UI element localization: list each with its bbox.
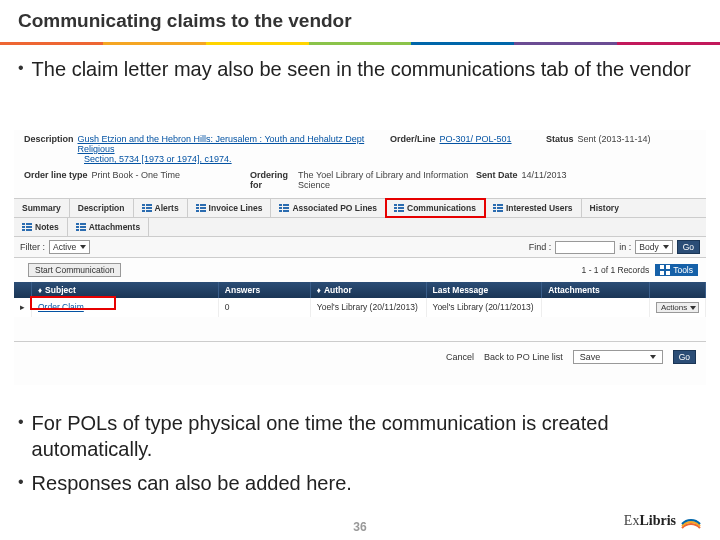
label-ordtype: Order line type <box>24 170 88 190</box>
svg-rect-39 <box>80 223 86 225</box>
svg-rect-45 <box>666 271 670 275</box>
tab-attachments[interactable]: Attachments <box>68 218 149 236</box>
svg-rect-36 <box>76 223 79 225</box>
th-attachments[interactable]: Attachments <box>542 282 650 298</box>
svg-rect-4 <box>146 207 152 209</box>
svg-rect-28 <box>497 207 503 209</box>
find-label: Find : <box>529 242 552 252</box>
cancel-link[interactable]: Cancel <box>446 352 474 362</box>
bullets-bottom: •For POLs of type physical one time the … <box>18 410 698 504</box>
svg-rect-44 <box>660 271 664 275</box>
tab-summary[interactable]: Summary <box>14 199 70 217</box>
value-ordfor: The Yoel Library of Library and Informat… <box>298 170 470 190</box>
tab-communications[interactable]: Communications <box>386 199 485 217</box>
svg-rect-32 <box>22 229 25 231</box>
cell-last: Yoel's Library (20/11/2013) <box>427 298 543 317</box>
tab-row-1: Summary Description Alerts Invoice Lines… <box>14 198 706 218</box>
svg-rect-3 <box>146 204 152 206</box>
logo-arc-icon <box>680 510 702 532</box>
svg-rect-2 <box>142 210 145 212</box>
tools-button[interactable]: Tools <box>655 264 698 276</box>
tab-associated[interactable]: Associated PO Lines <box>271 199 386 217</box>
svg-rect-34 <box>26 226 32 228</box>
svg-rect-24 <box>493 204 496 206</box>
list-icon <box>22 222 32 232</box>
svg-rect-0 <box>142 204 145 206</box>
svg-rect-11 <box>200 210 206 212</box>
th-author[interactable]: ♦Author <box>311 282 427 298</box>
svg-rect-6 <box>196 204 199 206</box>
label-status: Status <box>546 134 574 154</box>
in-select[interactable]: Body <box>635 240 672 254</box>
svg-rect-33 <box>26 223 32 225</box>
list-icon <box>142 203 152 213</box>
svg-rect-42 <box>660 265 664 269</box>
svg-rect-16 <box>283 207 289 209</box>
svg-rect-27 <box>497 204 503 206</box>
chevron-down-icon <box>650 355 656 359</box>
bullet-text: The claim letter may also be seen in the… <box>32 56 691 82</box>
svg-rect-19 <box>394 207 397 209</box>
svg-rect-40 <box>80 226 86 228</box>
svg-rect-14 <box>279 210 282 212</box>
tab-description[interactable]: Description <box>70 199 134 217</box>
save-select[interactable]: Save <box>573 350 663 364</box>
svg-rect-21 <box>398 204 404 206</box>
save-go-button[interactable]: Go <box>673 350 696 364</box>
in-label: in : <box>619 242 631 252</box>
svg-rect-17 <box>283 210 289 212</box>
exlibris-logo: ExLibris <box>624 510 702 532</box>
tab-interested[interactable]: Interested Users <box>485 199 582 217</box>
cell-attachments <box>542 298 650 317</box>
actions-button[interactable]: Actions <box>656 302 699 313</box>
svg-rect-5 <box>146 210 152 212</box>
svg-rect-20 <box>394 210 397 212</box>
sort-icon: ♦ <box>317 286 321 295</box>
bullet-dot: • <box>18 410 24 462</box>
list-icon <box>493 203 503 213</box>
svg-rect-9 <box>200 204 206 206</box>
tab-row-2: Notes Attachments <box>14 218 706 237</box>
record-count: 1 - 1 of 1 Records <box>582 265 650 275</box>
list-icon <box>196 203 206 213</box>
bullet-text: For POLs of type physical one time the c… <box>32 410 698 462</box>
svg-rect-7 <box>196 207 199 209</box>
th-answers[interactable]: Answers <box>219 282 311 298</box>
grid-icon <box>660 265 670 275</box>
app-screenshot: Description Gush Etzion and the Hebron H… <box>14 130 706 385</box>
tab-alerts[interactable]: Alerts <box>134 199 188 217</box>
svg-rect-25 <box>493 207 496 209</box>
tab-invoice[interactable]: Invoice Lines <box>188 199 272 217</box>
filter-select[interactable]: Active <box>49 240 90 254</box>
bullet-dot: • <box>18 470 24 496</box>
link-order[interactable]: PO-301/ POL-501 <box>440 134 512 154</box>
svg-rect-30 <box>22 223 25 225</box>
back-link[interactable]: Back to PO Line list <box>484 352 563 362</box>
highlight-box <box>30 296 116 310</box>
chevron-down-icon <box>80 245 86 249</box>
sort-icon: ♦ <box>38 286 42 295</box>
cell-answers: 0 <box>219 298 311 317</box>
go-button[interactable]: Go <box>677 240 700 254</box>
svg-rect-37 <box>76 226 79 228</box>
cell-subject[interactable]: Order Claim <box>32 298 219 317</box>
find-input[interactable] <box>555 241 615 254</box>
svg-rect-10 <box>200 207 206 209</box>
svg-rect-41 <box>80 229 86 231</box>
th-last[interactable]: Last Message <box>427 282 543 298</box>
link-description[interactable]: Gush Etzion and the Hebron Hills: Jerusa… <box>78 134 384 154</box>
label-description: Description <box>24 134 74 154</box>
value-status: Sent (2013-11-14) <box>578 134 651 154</box>
svg-rect-15 <box>283 204 289 206</box>
svg-rect-13 <box>279 207 282 209</box>
start-communication-button[interactable]: Start Communication <box>28 263 121 277</box>
divider-rainbow <box>0 42 720 45</box>
svg-rect-29 <box>497 210 503 212</box>
tab-notes[interactable]: Notes <box>14 218 68 236</box>
link-description-2[interactable]: Section, 5734 [1973 or 1974], c1974. <box>84 154 232 164</box>
list-icon <box>76 222 86 232</box>
svg-rect-38 <box>76 229 79 231</box>
value-ordtype: Print Book - One Time <box>92 170 181 190</box>
chevron-down-icon <box>690 306 696 310</box>
tab-history[interactable]: History <box>582 199 627 217</box>
